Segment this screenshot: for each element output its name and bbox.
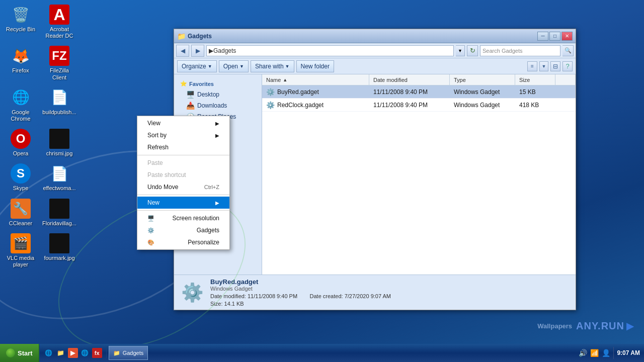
view-dropdown[interactable]: ▼ — [539, 61, 548, 71]
file-type-redclock: Windows Gadget — [450, 101, 515, 110]
start-button[interactable]: Start — [0, 344, 39, 362]
ctx-sort-by[interactable]: Sort by ▶ — [137, 129, 229, 141]
desktop-icon-vlc[interactable]: 🎬 VLC media player — [3, 231, 39, 270]
address-dropdown[interactable]: ▼ — [456, 45, 465, 56]
ctx-personalize-icon: 🎨 — [147, 239, 154, 246]
media-quicklaunch[interactable]: ▶ — [68, 348, 78, 358]
recycle-bin-label: Recycle Bin — [6, 26, 35, 33]
new-folder-button[interactable]: New folder — [296, 60, 334, 72]
desktop-icon-buildpublish[interactable]: 📄 buildpublish... — [41, 85, 77, 124]
gadget-icon-buyred: ⚙️ — [266, 88, 275, 96]
col-extra — [555, 74, 576, 85]
status-size-line: Size: 14.1 KB — [210, 301, 570, 307]
ctx-paste-shortcut: Paste shortcut — [137, 169, 229, 181]
desktop-icon-acrobat[interactable]: A Acrobat Reader DC — [41, 3, 77, 41]
open-button[interactable]: Open ▼ — [219, 60, 249, 72]
ctx-personalize-label: Personalize — [188, 239, 219, 246]
col-date[interactable]: Date modified — [369, 74, 450, 85]
start-label: Start — [18, 349, 33, 357]
desktop-icon-filezilla[interactable]: FZ FileZilla Client — [41, 44, 77, 82]
ctx-gadgets[interactable]: ⚙️ Gadgets — [137, 224, 229, 236]
file-row-buyred[interactable]: ⚙️ BuyRed.gadget 11/11/2008 9:40 PM Wind… — [262, 85, 576, 99]
file-row-redclock[interactable]: ⚙️ RedClock.gadget 11/11/2008 9:40 PM Wi… — [262, 99, 576, 112]
date-created-label: Date created: — [310, 293, 343, 299]
organize-button[interactable]: Organize ▼ — [177, 60, 217, 72]
taskbar-tray: 🔊 📶 👤 9:07 AM — [575, 347, 644, 359]
new-folder-label: New folder — [301, 63, 330, 70]
favorites-header: ⭐ Favorites — [176, 78, 260, 89]
favorites-label: Favorites — [189, 81, 214, 87]
file-size-buyred: 15 KB — [515, 87, 555, 97]
ctx-paste: Paste — [137, 157, 229, 169]
quick-launch: 🌐 📁 ▶ 🌐 fx — [40, 348, 107, 358]
address-text: ▶ — [209, 47, 213, 54]
tray-volume-icon[interactable]: 🔊 — [579, 349, 587, 357]
desktop-icon-chrismi[interactable]: chrismi.jpg — [41, 127, 77, 159]
desktop-icon-fourmark[interactable]: fourmark.jpg — [41, 231, 77, 270]
ctx-paste-shortcut-label: Paste shortcut — [147, 171, 186, 178]
col-type[interactable]: Type — [450, 74, 515, 85]
date-modified-value: 11/11/2008 9:40 PM — [248, 293, 297, 299]
size-value: 14.1 KB — [224, 301, 244, 307]
file-type-buyred: Windows Gadget — [450, 87, 515, 97]
desktop-icon-firefox[interactable]: 🦊 Firefox — [3, 44, 39, 82]
sidebar-item-desktop[interactable]: 🖥️ Desktop — [176, 89, 260, 100]
ctx-sort-by-arrow: ▶ — [215, 133, 219, 138]
close-button[interactable]: ✕ — [561, 32, 573, 41]
desktop-icon-effectwoma[interactable]: 📄 effectwoma... — [41, 161, 77, 194]
vlc-label: VLC media player — [5, 255, 37, 268]
acrobat-label: Acrobat Reader DC — [43, 26, 75, 39]
date-created-value: 7/27/2020 9:07 AM — [345, 293, 391, 299]
tray-network-icon[interactable]: 📶 — [590, 349, 599, 357]
sidebar-desktop-label: Desktop — [197, 91, 219, 98]
chrome-quicklaunch[interactable]: 🌐 — [80, 348, 90, 358]
desktop-icon-floridavillag[interactable]: Floridavillag... — [41, 197, 77, 229]
col-name[interactable]: Name ▲ — [262, 74, 369, 85]
ie-quicklaunch[interactable]: 🌐 — [44, 348, 54, 358]
view-button[interactable]: ≡ — [527, 61, 537, 71]
size-label: Size: — [210, 301, 222, 307]
desktop-icon-recycle-bin[interactable]: 🗑️ Recycle Bin — [3, 3, 39, 41]
pane-button[interactable]: ⊟ — [550, 61, 560, 71]
address-value: Gadgets — [213, 47, 236, 54]
forward-button[interactable]: ▶ — [191, 45, 204, 57]
explorer-quicklaunch[interactable]: 📁 — [56, 348, 66, 358]
desktop-icon-opera[interactable]: O Opera — [3, 127, 39, 159]
taskbar-gadgets-task[interactable]: 📁 Gadgets — [109, 346, 148, 360]
ctx-new[interactable]: New ▶ — [137, 197, 229, 209]
ctx-personalize[interactable]: 🎨 Personalize — [137, 236, 229, 248]
minimize-button[interactable]: ─ — [537, 32, 548, 41]
search-bar[interactable]: Search Gadgets — [480, 45, 560, 56]
address-bar[interactable]: ▶ Gadgets — [206, 45, 454, 56]
help-button[interactable]: ? — [562, 61, 573, 71]
effectwoma-label: effectwoma... — [43, 185, 75, 192]
window-body: ⭐ Favorites 🖥️ Desktop 📥 Downloads 🕐 Rec… — [174, 74, 576, 275]
watermark-container: Wallpapers — [537, 322, 572, 330]
maximize-button[interactable]: □ — [549, 32, 560, 41]
desktop-icon-chrome[interactable]: 🌐 Google Chrome — [3, 85, 39, 124]
organize-label: Organize — [182, 63, 206, 70]
share-with-button[interactable]: Share with ▼ — [251, 60, 294, 72]
ctx-screen-resolution[interactable]: 🖥️ Screen resolution — [137, 212, 229, 224]
firefox-quicklaunch[interactable]: fx — [92, 348, 102, 358]
tray-time[interactable]: 9:07 AM — [617, 349, 640, 356]
ctx-refresh[interactable]: Refresh — [137, 141, 229, 153]
firefox-icon: 🦊 — [11, 46, 31, 66]
desktop-icon-ccleaner[interactable]: 🔧 CCleaner — [3, 197, 39, 229]
ctx-view[interactable]: View ▶ — [137, 117, 229, 129]
desktop-icon-skype[interactable]: S Skype — [3, 161, 39, 194]
sidebar-item-downloads[interactable]: 📥 Downloads — [176, 100, 260, 111]
back-button[interactable]: ◀ — [176, 45, 189, 57]
filezilla-icon: FZ — [49, 46, 69, 66]
file-extra-buyred — [555, 91, 576, 93]
status-file-icon: ⚙️ — [180, 281, 204, 305]
refresh-button[interactable]: ↻ — [467, 45, 478, 56]
favorites-star-icon: ⭐ — [180, 80, 187, 87]
search-button[interactable]: 🔍 — [562, 45, 574, 56]
floridavillag-icon — [49, 199, 69, 219]
col-size[interactable]: Size — [515, 74, 555, 85]
tray-user-icon[interactable]: 👤 — [602, 349, 610, 357]
ctx-undo-move[interactable]: Undo Move Ctrl+Z — [137, 181, 229, 193]
taskbar-tasks: 📁 Gadgets — [107, 346, 575, 360]
desktop: 🗑️ Recycle Bin A Acrobat Reader DC 🦊 Fir… — [0, 0, 644, 362]
